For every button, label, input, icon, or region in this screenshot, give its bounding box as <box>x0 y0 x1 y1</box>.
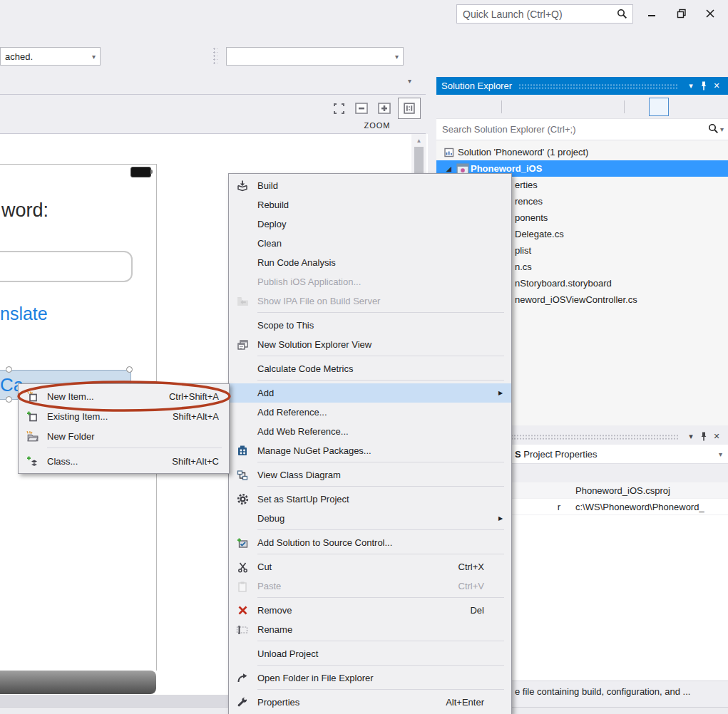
menu-item-shortcut: Ctrl+X <box>458 562 498 572</box>
tree-item-label: Phoneword_iOS <box>471 163 542 174</box>
menu-item[interactable]: Class... Shift+Alt+C <box>19 451 229 471</box>
menu-item[interactable]: Deploy ▶ <box>229 214 511 234</box>
menu-item[interactable]: Run Code Analysis ▶ <box>229 253 511 272</box>
menu-item[interactable]: New Item... Ctrl+Shift+A <box>19 386 229 406</box>
property-value[interactable]: Phoneword_iOS.csproj <box>560 485 670 496</box>
menu-item[interactable]: Build ▶ <box>229 176 511 195</box>
menu-item-label: Paste <box>257 581 458 591</box>
menu-item-label: Deploy <box>257 219 484 229</box>
scrollbar-thumb[interactable] <box>414 147 424 177</box>
titlebar-texture <box>518 83 678 90</box>
menu-item[interactable]: Open Folder in File Explorer ▶ <box>229 668 511 688</box>
pin-icon[interactable] <box>697 80 710 93</box>
menu-item-label: Debug <box>257 513 484 524</box>
class-add-icon <box>23 455 41 467</box>
phoneword-label-fragment[interactable]: word: <box>1 200 48 222</box>
tree-item-label: ponents <box>515 212 548 223</box>
close-button[interactable] <box>699 4 721 23</box>
menu-item[interactable]: Rename ▶ <box>229 620 511 639</box>
close-icon[interactable]: ✕ <box>710 80 723 93</box>
selection-handle[interactable] <box>126 366 133 373</box>
menu-item[interactable]: New Solution Explorer View ▶ <box>229 335 511 354</box>
zoom-actual-size-button[interactable] <box>398 98 421 119</box>
translate-button-fragment[interactable]: nslate <box>0 304 48 324</box>
tools-toolbar <box>409 48 508 64</box>
panel-title: Solution Explorer <box>441 81 512 91</box>
menu-item[interactable]: Remove Del ▶ <box>229 601 511 620</box>
menu-item[interactable]: Set as StartUp Project ▶ <box>229 490 511 509</box>
config-combobox[interactable]: ▾ <box>226 47 404 66</box>
object-name-fragment: S <box>515 449 521 460</box>
battery-icon <box>130 167 151 177</box>
submenu-arrow-icon: ▶ <box>498 390 506 396</box>
window-position-icon[interactable]: ▾ <box>685 80 697 93</box>
selection-handle[interactable] <box>6 396 12 403</box>
wrench-icon <box>233 696 252 709</box>
menu-item-label: Show IPA File on Build Server <box>257 296 484 306</box>
minimize-button[interactable] <box>641 4 662 23</box>
project-context-menu: Build ▶ Rebuild ▶ Deploy ▶ Clean ▶ R <box>228 173 512 714</box>
search-icon[interactable] <box>708 123 719 136</box>
zoom-group-label: ZOOM <box>331 121 424 130</box>
object-type-label: Project Properties <box>521 449 598 460</box>
menu-item[interactable]: Publish iOS Application... ▶ <box>229 272 511 291</box>
menu-item-label: Existing Item... <box>47 411 173 422</box>
property-value[interactable]: c:\WS\Phoneword\Phoneword_ <box>560 502 704 512</box>
selection-handle[interactable] <box>6 366 12 373</box>
device-target-combobox[interactable]: ached. ▾ <box>0 47 101 66</box>
close-icon[interactable]: ✕ <box>710 430 723 443</box>
search-icon[interactable] <box>617 9 632 19</box>
ipa-icon <box>233 295 252 308</box>
pin-icon[interactable] <box>697 430 710 443</box>
restore-button[interactable] <box>671 4 692 23</box>
solution-icon <box>444 147 458 158</box>
menu-item[interactable]: Rebuild ▶ <box>229 195 511 214</box>
menu-item-label: New Item... <box>47 391 169 402</box>
menu-item[interactable]: Unload Project ▶ <box>229 644 511 663</box>
zoom-out-button[interactable] <box>352 100 371 117</box>
menu-item-label: Rename <box>257 624 484 635</box>
addsc-icon <box>233 537 252 549</box>
window-position-icon[interactable]: ▾ <box>685 430 697 443</box>
solution-explorer-titlebar[interactable]: Solution Explorer ▾ ✕ <box>436 77 728 95</box>
menu-item[interactable]: Cut Ctrl+X ▶ <box>229 557 511 576</box>
paste-icon <box>233 580 252 593</box>
menu-item[interactable]: Manage NuGet Packages... ▶ <box>229 441 511 460</box>
menu-item[interactable]: Paste Ctrl+V ▶ <box>229 576 511 596</box>
menu-item-label: Manage NuGet Packages... <box>257 445 484 456</box>
existing-item-icon <box>23 410 41 423</box>
menu-item-label: Add Solution to Source Control... <box>257 537 484 548</box>
menu-item-label: View Class Diagram <box>257 470 484 480</box>
solution-explorer-search[interactable]: Search Solution Explorer (Ctrl+;) ▾ <box>436 118 728 140</box>
menu-item[interactable]: Existing Item... Shift+Alt+A <box>19 406 229 426</box>
phone-bottom-bezel <box>0 671 156 694</box>
chevron-down-icon: ▾ <box>92 53 100 61</box>
zoom-in-button[interactable] <box>375 100 394 117</box>
expander-icon[interactable] <box>446 165 456 172</box>
new-folder-icon <box>23 430 41 443</box>
menu-item[interactable]: Add Web Reference... ▶ <box>229 422 511 441</box>
menu-item[interactable]: View Class Diagram ▶ <box>229 465 511 485</box>
menu-item[interactable]: Add Solution to Source Control... ▶ <box>229 533 511 552</box>
phone-number-field[interactable] <box>0 251 133 282</box>
scroll-up-arrow-icon[interactable]: ▲ <box>411 134 426 144</box>
menu-item[interactable]: Add ▶ <box>229 383 511 403</box>
menu-item[interactable]: Debug ▶ <box>229 509 511 528</box>
menu-item[interactable]: Show IPA File on Build Server ▶ <box>229 291 511 311</box>
menu-item[interactable]: Add Reference... ▶ <box>229 403 511 422</box>
menu-item-label: Properties <box>257 697 446 708</box>
menu-item[interactable]: Calculate Code Metrics ▶ <box>229 359 511 378</box>
menu-item[interactable]: Scope to This ▶ <box>229 316 511 335</box>
quick-launch-box[interactable]: Quick Launch (Ctrl+Q) <box>456 4 633 24</box>
menu-item[interactable]: Clean ▶ <box>229 234 511 253</box>
toolbar-grip[interactable] <box>212 47 217 66</box>
chevron-down-icon[interactable]: ▾ <box>719 125 728 133</box>
tree-item[interactable]: Solution 'Phoneword' (1 project) <box>436 144 728 160</box>
menu-item[interactable]: New Folder <box>19 426 229 446</box>
menu-item-label: Add <box>257 388 484 398</box>
designer-overflow-icon[interactable]: ▾ <box>408 77 411 85</box>
zoom-fit-button[interactable] <box>329 100 348 117</box>
menu-item-label: Publish iOS Application... <box>257 276 484 287</box>
menu-item[interactable]: Properties Alt+Enter ▶ <box>229 693 511 712</box>
menu-item-label: New Folder <box>47 431 219 442</box>
